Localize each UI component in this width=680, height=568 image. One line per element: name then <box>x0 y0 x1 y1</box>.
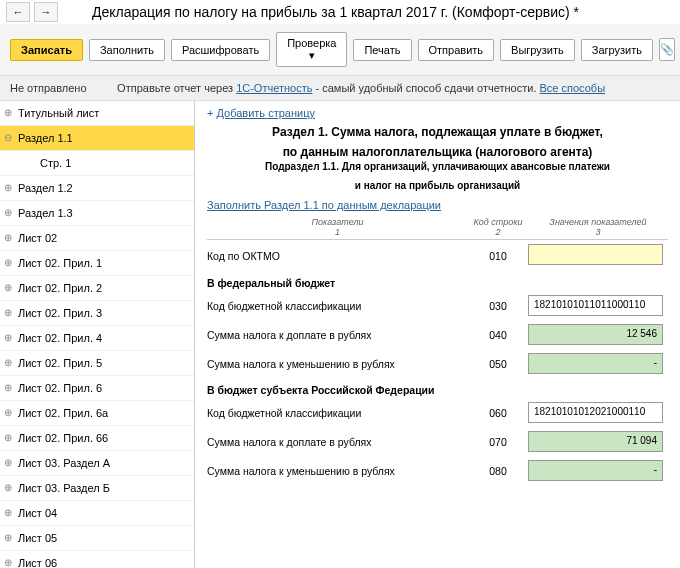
tree-item-section-1-2[interactable]: Раздел 1.2 <box>0 176 194 201</box>
label-reg-kbk: Код бюджетной классификации <box>207 407 468 419</box>
tree-item-sheet-02-app6a[interactable]: Лист 02. Прил. 6а <box>0 401 194 426</box>
download-button[interactable]: Загрузить <box>581 39 653 61</box>
status-hint-post: - самый удобный способ сдачи отчетности. <box>316 82 540 94</box>
tree-item-sheet-04[interactable]: Лист 04 <box>0 501 194 526</box>
code-040: 040 <box>468 329 528 341</box>
row-reg-kbk: Код бюджетной классификации 060 18210101… <box>207 398 668 427</box>
label-reg-red: Сумма налога к уменьшению в рублях <box>207 465 468 477</box>
send-button[interactable]: Отправить <box>418 39 495 61</box>
label-oktmo: Код по ОКТМО <box>207 250 468 262</box>
link-1c-report[interactable]: 1С-Отчетность <box>236 82 312 94</box>
tree-item-sheet-02[interactable]: Лист 02 <box>0 226 194 251</box>
status-hint-pre: Отправьте отчет через <box>117 82 236 94</box>
tree-item-section-1-3[interactable]: Раздел 1.3 <box>0 201 194 226</box>
section-title-2: по данным налогоплательщика (налогового … <box>207 145 668 159</box>
code-030: 030 <box>468 300 528 312</box>
input-fed-kbk[interactable]: 18210101011011000110 <box>528 295 663 316</box>
status-state: Не отправлено <box>10 82 87 94</box>
label-reg-pay: Сумма налога к доплате в рублях <box>207 436 468 448</box>
label-fed-kbk: Код бюджетной классификации <box>207 300 468 312</box>
row-reg-red: Сумма налога к уменьшению в рублях 080 - <box>207 456 668 485</box>
check-dropdown[interactable]: Проверка ▾ <box>276 32 347 67</box>
tree-item-sheet-02-app5[interactable]: Лист 02. Прил. 5 <box>0 351 194 376</box>
tree-item-title-page[interactable]: Титульный лист <box>0 101 194 126</box>
tree-item-sheet-02-app1[interactable]: Лист 02. Прил. 1 <box>0 251 194 276</box>
window-header: ← → Декларация по налогу на прибыль за 1… <box>0 0 680 24</box>
sidebar-tree: Титульный лист Раздел 1.1 Стр. 1 Раздел … <box>0 101 195 568</box>
subheader-regional: В бюджет субъекта Российской Федерации <box>207 384 668 396</box>
tree-item-page-1[interactable]: Стр. 1 <box>0 151 194 176</box>
tree-item-section-1-1[interactable]: Раздел 1.1 <box>0 126 194 151</box>
tree-item-sheet-05[interactable]: Лист 05 <box>0 526 194 551</box>
export-button[interactable]: Выгрузить <box>500 39 575 61</box>
code-060: 060 <box>468 407 528 419</box>
fill-button[interactable]: Заполнить <box>89 39 165 61</box>
subheader-federal: В федеральный бюджет <box>207 277 668 289</box>
tree-item-sheet-02-app66[interactable]: Лист 02. Прил. 66 <box>0 426 194 451</box>
print-button[interactable]: Печать <box>353 39 411 61</box>
row-fed-kbk: Код бюджетной классификации 030 18210101… <box>207 291 668 320</box>
save-button[interactable]: Записать <box>10 39 83 61</box>
input-reg-pay[interactable]: 71 094 <box>528 431 663 452</box>
code-010: 010 <box>468 250 528 262</box>
tree-item-sheet-03-a[interactable]: Лист 03. Раздел А <box>0 451 194 476</box>
add-page-link[interactable]: Добавить страницу <box>216 107 314 119</box>
row-fed-pay: Сумма налога к доплате в рублях 040 12 5… <box>207 320 668 349</box>
fill-section-link[interactable]: Заполнить Раздел 1.1 по данным деклараци… <box>207 199 668 211</box>
decrypt-button[interactable]: Расшифровать <box>171 39 270 61</box>
add-page-wrap: + Добавить страницу <box>207 107 668 119</box>
row-reg-pay: Сумма налога к доплате в рублях 070 71 0… <box>207 427 668 456</box>
input-reg-red[interactable]: - <box>528 460 663 481</box>
section-sub-2: и налог на прибыль организаций <box>207 180 668 191</box>
input-oktmo[interactable] <box>528 244 663 265</box>
code-050: 050 <box>468 358 528 370</box>
input-reg-kbk[interactable]: 18210101012021000110 <box>528 402 663 423</box>
forward-button[interactable]: → <box>34 2 58 22</box>
content-pane: + Добавить страницу Раздел 1. Сумма нало… <box>195 101 680 568</box>
input-fed-pay[interactable]: 12 546 <box>528 324 663 345</box>
tree-item-sheet-03-b[interactable]: Лист 03. Раздел Б <box>0 476 194 501</box>
attach-button[interactable]: 📎 <box>659 38 675 61</box>
code-080: 080 <box>468 465 528 477</box>
main-area: Титульный лист Раздел 1.1 Стр. 1 Раздел … <box>0 101 680 568</box>
tree-item-sheet-02-app4[interactable]: Лист 02. Прил. 4 <box>0 326 194 351</box>
section-title-1: Раздел 1. Сумма налога, подлежащая уплат… <box>207 125 668 139</box>
tree-item-sheet-02-app2[interactable]: Лист 02. Прил. 2 <box>0 276 194 301</box>
tree-item-sheet-02-app3[interactable]: Лист 02. Прил. 3 <box>0 301 194 326</box>
label-fed-red: Сумма налога к уменьшению в рублях <box>207 358 468 370</box>
link-all-methods[interactable]: Все способы <box>540 82 606 94</box>
tree-item-sheet-06[interactable]: Лист 06 <box>0 551 194 568</box>
toolbar: Записать Заполнить Расшифровать Проверка… <box>0 24 680 76</box>
table-header: Показатели1 Код строки2 Значения показат… <box>207 217 668 240</box>
section-sub-1: Подраздел 1.1. Для организаций, уплачива… <box>207 161 668 172</box>
status-bar: Не отправлено Отправьте отчет через 1С-О… <box>0 76 680 101</box>
row-fed-red: Сумма налога к уменьшению в рублях 050 - <box>207 349 668 378</box>
page-title: Декларация по налогу на прибыль за 1 ква… <box>92 4 579 20</box>
row-oktmo: Код по ОКТМО 010 <box>207 240 668 271</box>
code-070: 070 <box>468 436 528 448</box>
input-fed-red[interactable]: - <box>528 353 663 374</box>
label-fed-pay: Сумма налога к доплате в рублях <box>207 329 468 341</box>
back-button[interactable]: ← <box>6 2 30 22</box>
tree-item-sheet-02-app6[interactable]: Лист 02. Прил. 6 <box>0 376 194 401</box>
